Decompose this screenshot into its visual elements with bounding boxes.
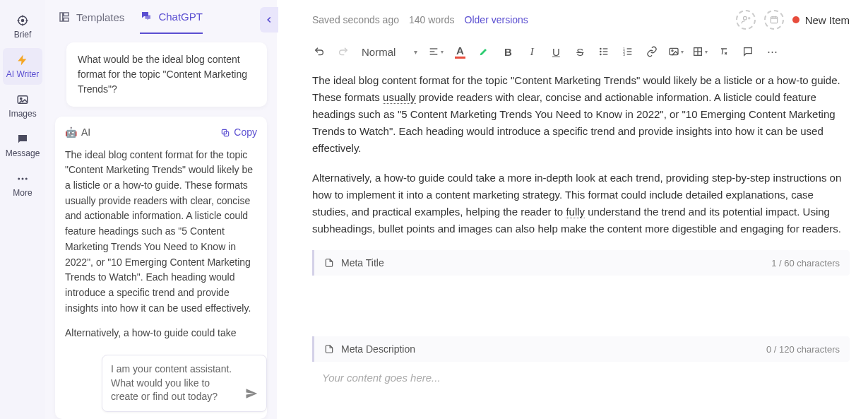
clear-format-icon — [718, 46, 730, 57]
meta-desc-label: Meta Description — [341, 343, 415, 355]
status-new-item[interactable]: New Item — [792, 14, 850, 26]
nav-label: Brief — [14, 30, 32, 40]
chevron-down-icon: ▾ — [414, 48, 417, 56]
ai-author: 🤖 AI — [65, 125, 90, 141]
chat-input[interactable]: I am your content assistant. What would … — [102, 355, 267, 412]
chat-panel: Templates ChatGPT What would be the idea… — [45, 0, 277, 419]
paragraph-style-select[interactable]: Normal ▾ — [356, 46, 423, 58]
svg-point-10 — [25, 178, 28, 180]
editor-pane: Saved seconds ago 140 words Older versio… — [277, 0, 868, 419]
text-color-button[interactable]: A — [448, 41, 471, 62]
meta-title-count: 1 / 60 characters — [771, 258, 840, 268]
bold-button[interactable]: B — [497, 41, 519, 62]
svg-point-9 — [22, 178, 24, 180]
tab-templates[interactable]: Templates — [58, 10, 124, 34]
bullet-list-icon — [598, 46, 610, 57]
image-icon — [16, 93, 29, 106]
editor-topbar: Saved seconds ago 140 words Older versio… — [288, 0, 857, 35]
align-left-icon — [428, 46, 439, 57]
strikethrough-button[interactable]: S — [569, 41, 591, 62]
image-button[interactable]: ▾ — [665, 41, 687, 62]
add-user-button[interactable] — [736, 10, 756, 30]
doc-paragraph[interactable]: Alternatively, a how-to guide could take… — [312, 170, 850, 237]
calendar-button[interactable] — [764, 10, 784, 30]
underline-button[interactable]: U — [545, 41, 567, 62]
nav-ai-writer[interactable]: AI Writer — [3, 48, 42, 85]
left-nav: Brief AI Writer Images Message More — [0, 0, 45, 419]
table-button[interactable]: ▾ — [689, 41, 711, 62]
undo-button[interactable] — [308, 41, 331, 62]
doc-paragraph[interactable]: The ideal blog content format for the to… — [312, 72, 850, 157]
picture-icon — [668, 46, 679, 57]
link-icon — [646, 46, 658, 57]
ai-message-body: The ideal blog content format for the to… — [65, 148, 257, 374]
collapse-panel-button[interactable] — [260, 7, 278, 33]
clear-format-button[interactable] — [713, 41, 735, 62]
spell-suggestion[interactable]: usually — [383, 91, 416, 104]
copy-label: Copy — [234, 125, 257, 141]
chevron-left-icon — [264, 15, 274, 25]
meta-desc-placeholder[interactable]: Your content goes here... — [322, 372, 850, 384]
user-message-text: What would be the ideal blog content for… — [78, 54, 247, 95]
nav-label: More — [13, 188, 32, 198]
svg-point-24 — [600, 51, 601, 52]
bolt-icon — [16, 54, 29, 66]
svg-point-1 — [22, 20, 24, 22]
svg-point-23 — [600, 48, 601, 49]
bullet-list-button[interactable] — [593, 41, 615, 62]
numbered-list-icon: 123 — [622, 46, 634, 57]
spell-suggestion[interactable]: fully — [566, 206, 585, 218]
status-dot-icon — [792, 16, 799, 23]
older-versions-link[interactable]: Older versions — [465, 14, 528, 25]
user-message: What would be the ideal blog content for… — [66, 42, 267, 107]
send-icon — [245, 387, 258, 400]
word-count: 140 words — [409, 14, 455, 25]
marker-icon — [478, 46, 489, 57]
nav-brief[interactable]: Brief — [3, 8, 42, 45]
undo-icon — [314, 46, 325, 57]
editor-content[interactable]: The ideal blog content format for the to… — [288, 72, 857, 419]
status-label: New Item — [805, 14, 850, 26]
meta-description-row[interactable]: Meta Description 0 / 120 characters — [312, 336, 850, 362]
italic-button[interactable]: I — [521, 41, 543, 62]
document-icon — [324, 344, 334, 354]
nav-images[interactable]: Images — [3, 88, 42, 124]
tab-label: ChatGPT — [158, 11, 203, 23]
redo-button[interactable] — [332, 41, 355, 62]
chevron-down-icon: ▾ — [441, 49, 444, 55]
link-button[interactable] — [641, 41, 663, 62]
calendar-icon — [769, 15, 779, 25]
user-plus-icon — [741, 15, 751, 25]
nav-more[interactable]: More — [3, 167, 42, 203]
table-icon — [692, 46, 703, 57]
strike-icon: S — [576, 46, 583, 58]
comment-button[interactable] — [737, 41, 759, 62]
copy-button[interactable]: Copy — [220, 125, 257, 141]
document-icon — [324, 258, 334, 268]
target-icon — [16, 14, 29, 27]
nav-label: Message — [6, 148, 40, 158]
robot-icon: 🤖 — [65, 125, 77, 141]
more-icon — [16, 172, 29, 185]
message-icon — [16, 133, 29, 146]
send-button[interactable] — [245, 387, 258, 404]
tab-label: Templates — [76, 11, 124, 23]
tab-chatgpt[interactable]: ChatGPT — [140, 10, 203, 34]
panel-tabs: Templates ChatGPT — [45, 0, 277, 34]
templates-icon — [58, 11, 71, 23]
svg-rect-16 — [771, 17, 777, 23]
underline-icon: U — [552, 46, 560, 58]
svg-point-8 — [18, 178, 20, 180]
numbered-list-button[interactable]: 123 — [617, 41, 639, 62]
meta-title-row[interactable]: Meta Title 1 / 60 characters — [312, 250, 850, 276]
svg-point-7 — [20, 98, 22, 99]
ellipsis-icon: ⋯ — [767, 45, 778, 58]
svg-point-36 — [672, 50, 673, 52]
chevron-down-icon: ▾ — [681, 49, 684, 55]
align-button[interactable]: ▾ — [424, 41, 447, 62]
highlight-button[interactable] — [472, 41, 495, 62]
nav-message[interactable]: Message — [3, 127, 42, 164]
meta-desc-count: 0 / 120 characters — [766, 344, 840, 355]
more-tools-button[interactable]: ⋯ — [761, 41, 783, 62]
chat-bubbles-icon — [140, 10, 153, 23]
